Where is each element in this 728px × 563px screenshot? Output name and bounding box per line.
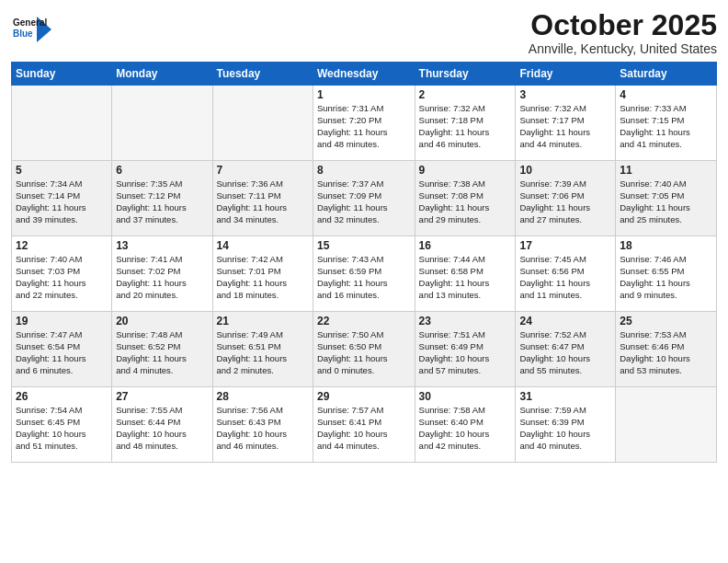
calendar-cell	[212, 86, 313, 161]
day-info: Sunrise: 7:54 AM Sunset: 6:45 PM Dayligh…	[16, 405, 108, 452]
calendar-cell: 10Sunrise: 7:39 AM Sunset: 7:06 PM Dayli…	[516, 161, 616, 236]
month-title: October 2025	[529, 9, 717, 41]
calendar-cell: 22Sunrise: 7:50 AM Sunset: 6:50 PM Dayli…	[313, 312, 415, 387]
day-info: Sunrise: 7:58 AM Sunset: 6:40 PM Dayligh…	[419, 405, 512, 452]
calendar-cell: 28Sunrise: 7:56 AM Sunset: 6:43 PM Dayli…	[212, 387, 313, 463]
day-info: Sunrise: 7:40 AM Sunset: 7:03 PM Dayligh…	[16, 254, 108, 301]
header-tuesday: Tuesday	[212, 63, 313, 86]
calendar-week-row: 1Sunrise: 7:31 AM Sunset: 7:20 PM Daylig…	[12, 86, 717, 161]
day-info: Sunrise: 7:42 AM Sunset: 7:01 PM Dayligh…	[217, 254, 309, 301]
calendar-cell: 1Sunrise: 7:31 AM Sunset: 7:20 PM Daylig…	[313, 86, 415, 161]
day-info: Sunrise: 7:32 AM Sunset: 7:18 PM Dayligh…	[419, 103, 512, 150]
day-number: 16	[419, 239, 512, 252]
calendar-week-row: 5Sunrise: 7:34 AM Sunset: 7:14 PM Daylig…	[12, 161, 717, 236]
day-number: 23	[419, 315, 512, 327]
day-number: 8	[317, 164, 411, 177]
header-thursday: Thursday	[415, 63, 516, 86]
day-info: Sunrise: 7:51 AM Sunset: 6:49 PM Dayligh…	[419, 329, 512, 376]
calendar-cell: 17Sunrise: 7:45 AM Sunset: 6:56 PM Dayli…	[516, 236, 616, 312]
day-number: 27	[116, 390, 208, 403]
day-info: Sunrise: 7:36 AM Sunset: 7:11 PM Dayligh…	[217, 178, 309, 225]
day-number: 22	[317, 315, 411, 327]
calendar-cell: 19Sunrise: 7:47 AM Sunset: 6:54 PM Dayli…	[12, 312, 112, 387]
day-info: Sunrise: 7:37 AM Sunset: 7:09 PM Dayligh…	[317, 178, 411, 225]
calendar-cell: 27Sunrise: 7:55 AM Sunset: 6:44 PM Dayli…	[112, 387, 212, 463]
day-info: Sunrise: 7:45 AM Sunset: 6:56 PM Dayligh…	[519, 254, 611, 301]
calendar-cell: 29Sunrise: 7:57 AM Sunset: 6:41 PM Dayli…	[313, 387, 415, 463]
calendar-cell: 24Sunrise: 7:52 AM Sunset: 6:47 PM Dayli…	[516, 312, 616, 387]
calendar-cell: 15Sunrise: 7:43 AM Sunset: 6:59 PM Dayli…	[313, 236, 415, 312]
day-info: Sunrise: 7:31 AM Sunset: 7:20 PM Dayligh…	[317, 103, 411, 150]
calendar-cell: 8Sunrise: 7:37 AM Sunset: 7:09 PM Daylig…	[313, 161, 415, 236]
day-info: Sunrise: 7:43 AM Sunset: 6:59 PM Dayligh…	[317, 254, 411, 301]
calendar-cell	[12, 86, 112, 161]
day-info: Sunrise: 7:39 AM Sunset: 7:06 PM Dayligh…	[519, 178, 611, 225]
calendar-cell: 16Sunrise: 7:44 AM Sunset: 6:58 PM Dayli…	[415, 236, 516, 312]
calendar-cell: 4Sunrise: 7:33 AM Sunset: 7:15 PM Daylig…	[616, 86, 717, 161]
day-number: 30	[419, 390, 512, 403]
calendar-cell: 21Sunrise: 7:49 AM Sunset: 6:51 PM Dayli…	[212, 312, 313, 387]
calendar-cell: 11Sunrise: 7:40 AM Sunset: 7:05 PM Dayli…	[616, 161, 717, 236]
calendar-cell: 26Sunrise: 7:54 AM Sunset: 6:45 PM Dayli…	[12, 387, 112, 463]
day-number: 5	[16, 164, 108, 177]
day-info: Sunrise: 7:56 AM Sunset: 6:43 PM Dayligh…	[217, 405, 309, 452]
day-number: 14	[217, 239, 309, 252]
calendar-table: Sunday Monday Tuesday Wednesday Thursday…	[11, 62, 717, 463]
day-number: 3	[519, 88, 611, 101]
day-number: 31	[519, 390, 611, 403]
day-info: Sunrise: 7:57 AM Sunset: 6:41 PM Dayligh…	[317, 405, 411, 452]
day-number: 4	[620, 88, 712, 101]
calendar-cell: 23Sunrise: 7:51 AM Sunset: 6:49 PM Dayli…	[415, 312, 516, 387]
calendar-cell: 20Sunrise: 7:48 AM Sunset: 6:52 PM Dayli…	[112, 312, 212, 387]
day-number: 10	[519, 164, 611, 177]
day-info: Sunrise: 7:41 AM Sunset: 7:02 PM Dayligh…	[116, 254, 208, 301]
calendar-week-row: 19Sunrise: 7:47 AM Sunset: 6:54 PM Dayli…	[12, 312, 717, 387]
day-info: Sunrise: 7:52 AM Sunset: 6:47 PM Dayligh…	[519, 329, 611, 376]
day-info: Sunrise: 7:38 AM Sunset: 7:08 PM Dayligh…	[419, 178, 512, 225]
day-number: 20	[116, 315, 208, 327]
day-number: 18	[620, 239, 712, 252]
day-info: Sunrise: 7:40 AM Sunset: 7:05 PM Dayligh…	[620, 178, 712, 225]
calendar-cell: 5Sunrise: 7:34 AM Sunset: 7:14 PM Daylig…	[12, 161, 112, 236]
svg-text:Blue: Blue	[13, 29, 33, 39]
day-info: Sunrise: 7:53 AM Sunset: 6:46 PM Dayligh…	[620, 329, 712, 376]
calendar-cell: 12Sunrise: 7:40 AM Sunset: 7:03 PM Dayli…	[12, 236, 112, 312]
day-number: 24	[519, 315, 611, 327]
day-number: 11	[620, 164, 712, 177]
calendar-cell: 25Sunrise: 7:53 AM Sunset: 6:46 PM Dayli…	[616, 312, 717, 387]
logo-icon: General Blue	[11, 13, 51, 46]
calendar-cell: 9Sunrise: 7:38 AM Sunset: 7:08 PM Daylig…	[415, 161, 516, 236]
header-saturday: Saturday	[616, 63, 717, 86]
day-info: Sunrise: 7:35 AM Sunset: 7:12 PM Dayligh…	[116, 178, 208, 225]
day-number: 25	[620, 315, 712, 327]
day-number: 2	[419, 88, 512, 101]
page-container: General Blue October 2025 Annville, Kent…	[0, 0, 728, 470]
calendar-cell: 18Sunrise: 7:46 AM Sunset: 6:55 PM Dayli…	[616, 236, 717, 312]
day-number: 21	[217, 315, 309, 327]
calendar-cell	[616, 387, 717, 463]
calendar-week-row: 12Sunrise: 7:40 AM Sunset: 7:03 PM Dayli…	[12, 236, 717, 312]
header-wednesday: Wednesday	[313, 63, 415, 86]
calendar-cell: 14Sunrise: 7:42 AM Sunset: 7:01 PM Dayli…	[212, 236, 313, 312]
day-info: Sunrise: 7:48 AM Sunset: 6:52 PM Dayligh…	[116, 329, 208, 376]
page-header: General Blue October 2025 Annville, Kent…	[11, 9, 717, 56]
day-info: Sunrise: 7:47 AM Sunset: 6:54 PM Dayligh…	[16, 329, 108, 376]
day-number: 9	[419, 164, 512, 177]
calendar-cell: 6Sunrise: 7:35 AM Sunset: 7:12 PM Daylig…	[112, 161, 212, 236]
day-number: 1	[317, 88, 411, 101]
calendar-cell: 31Sunrise: 7:59 AM Sunset: 6:39 PM Dayli…	[516, 387, 616, 463]
calendar-cell: 13Sunrise: 7:41 AM Sunset: 7:02 PM Dayli…	[112, 236, 212, 312]
logo: General Blue	[11, 9, 51, 46]
header-sunday: Sunday	[12, 63, 112, 86]
day-info: Sunrise: 7:50 AM Sunset: 6:50 PM Dayligh…	[317, 329, 411, 376]
day-number: 26	[16, 390, 108, 403]
day-number: 19	[16, 315, 108, 327]
svg-text:General: General	[13, 17, 47, 28]
day-info: Sunrise: 7:34 AM Sunset: 7:14 PM Dayligh…	[16, 178, 108, 225]
day-info: Sunrise: 7:55 AM Sunset: 6:44 PM Dayligh…	[116, 405, 208, 452]
calendar-cell	[112, 86, 212, 161]
calendar-cell: 3Sunrise: 7:32 AM Sunset: 7:17 PM Daylig…	[516, 86, 616, 161]
day-info: Sunrise: 7:49 AM Sunset: 6:51 PM Dayligh…	[217, 329, 309, 376]
day-number: 12	[16, 239, 108, 252]
day-number: 29	[317, 390, 411, 403]
